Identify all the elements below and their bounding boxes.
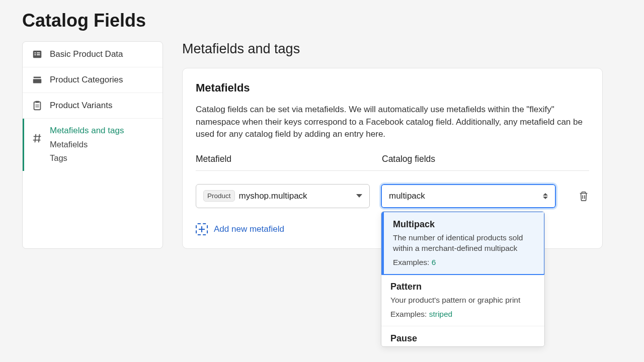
option-description: Your product's pattern or graphic print xyxy=(390,295,535,306)
sidebar-item-label: Product Variants xyxy=(50,101,112,111)
metafields-card: Metafields Catalog fields can be set via… xyxy=(182,68,603,249)
sidebar: Basic Product Data Product Categories Pr… xyxy=(22,41,163,249)
add-metafield-label: Add new metafield xyxy=(214,224,284,234)
section-title: Metafields and tags xyxy=(182,41,622,57)
sidebar-sub-metafields[interactable]: Metafields xyxy=(50,140,124,149)
sidebar-item-metafields-tags[interactable]: Metafields and tags Metafields Tags xyxy=(23,119,163,171)
clipboard-icon xyxy=(32,100,43,111)
metafield-value: myshop.multipack xyxy=(239,191,352,201)
sidebar-item-product-categories[interactable]: Product Categories xyxy=(23,67,163,93)
sidebar-item-label: Product Categories xyxy=(50,75,123,85)
list-icon xyxy=(32,49,43,60)
column-header-metafield: Metafield xyxy=(196,154,382,164)
dropdown-option-pause[interactable]: Pause xyxy=(381,326,544,347)
option-title: Pause xyxy=(390,333,535,344)
svg-rect-10 xyxy=(35,107,39,107)
card-description: Catalog fields can be set via metafields… xyxy=(196,104,589,141)
svg-rect-6 xyxy=(33,79,42,83)
catalog-field-value: multipack xyxy=(389,191,543,201)
dropdown-option-pattern[interactable]: Pattern Your product's pattern or graphi… xyxy=(381,275,544,326)
mapping-row: Product myshop.multipack multipack xyxy=(196,184,589,208)
option-description: The number of identical products sold wi… xyxy=(393,233,535,254)
option-title: Pattern xyxy=(390,282,535,292)
sidebar-sub-title[interactable]: Metafields and tags xyxy=(50,126,124,136)
page-title: Catalog Fields xyxy=(22,10,622,31)
select-caret-icon xyxy=(543,193,548,199)
catalog-field-dropdown: Multipack The number of identical produc… xyxy=(381,211,545,347)
plus-icon xyxy=(196,223,208,235)
metafield-scope-pill: Product xyxy=(203,190,235,202)
metafield-select[interactable]: Product myshop.multipack xyxy=(196,184,370,208)
delete-button[interactable] xyxy=(578,190,589,202)
card-title: Metafields xyxy=(196,81,589,95)
catalog-field-input[interactable]: multipack xyxy=(381,184,556,208)
svg-rect-5 xyxy=(34,77,41,78)
svg-rect-9 xyxy=(35,105,39,105)
sidebar-item-basic-product-data[interactable]: Basic Product Data xyxy=(23,42,163,67)
dropdown-option-multipack[interactable]: Multipack The number of identical produc… xyxy=(381,211,545,275)
svg-rect-2 xyxy=(37,52,40,53)
svg-rect-3 xyxy=(35,54,36,55)
svg-rect-8 xyxy=(35,101,39,103)
sidebar-item-product-variants[interactable]: Product Variants xyxy=(23,93,163,119)
option-example: Examples: striped xyxy=(390,310,535,319)
chevron-down-icon xyxy=(356,194,362,198)
column-header-catalog: Catalog fields xyxy=(382,154,589,164)
sidebar-sub-tags[interactable]: Tags xyxy=(50,153,124,163)
svg-rect-4 xyxy=(37,54,40,55)
sidebar-item-label: Basic Product Data xyxy=(50,49,123,59)
option-example: Examples: 6 xyxy=(393,258,535,267)
svg-rect-1 xyxy=(35,52,36,53)
stack-icon xyxy=(32,74,43,85)
hash-icon xyxy=(32,133,43,144)
svg-rect-7 xyxy=(34,102,41,110)
option-title: Multipack xyxy=(393,219,535,230)
